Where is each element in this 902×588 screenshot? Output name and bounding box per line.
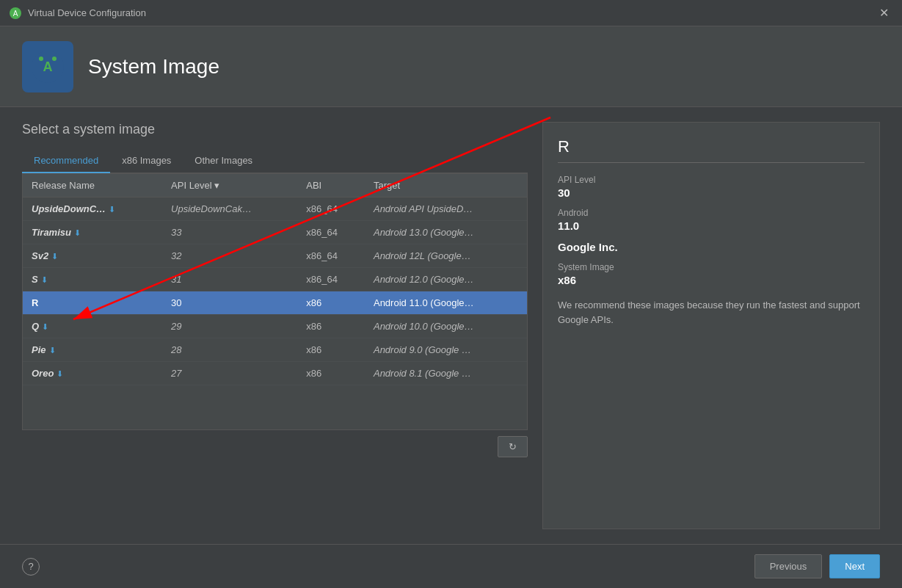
table-row[interactable]: S⬇31x86_64Android 12.0 (Google… — [23, 268, 527, 291]
abi-cell: x86_64 — [297, 268, 365, 291]
abi-cell: x86_64 — [297, 244, 365, 268]
system-image-value: x86 — [558, 274, 865, 286]
release-name-cell: R — [32, 297, 38, 308]
vendor-value: Google Inc. — [558, 241, 865, 253]
detail-divider — [558, 162, 865, 163]
tabs-container: Recommended x86 Images Other Images — [22, 149, 528, 173]
svg-text:A: A — [43, 59, 53, 74]
detail-title: R — [558, 137, 865, 156]
svg-point-4 — [39, 57, 43, 61]
abi-cell: x86 — [297, 362, 365, 385]
release-name-cell: Tiramisu — [32, 227, 71, 238]
api-level-cell: 33 — [162, 221, 297, 244]
android-value: 11.0 — [558, 219, 865, 232]
section-title: Select a system image — [22, 122, 528, 137]
release-name-cell: UpsideDownC… — [32, 203, 106, 214]
table-row[interactable]: Q⬇29x86Android 10.0 (Google… — [23, 315, 527, 338]
release-name-cell: Pie — [32, 344, 46, 355]
android-studio-icon: A — [29, 48, 66, 85]
svg-point-5 — [52, 57, 57, 61]
target-cell: Android 12L (Google… — [365, 244, 527, 268]
main-content: Select a system image Recommended x86 Im… — [0, 107, 902, 544]
api-level-cell: 29 — [162, 315, 297, 338]
col-api-level[interactable]: API Level ▾ — [162, 174, 297, 197]
release-name-cell: Q — [32, 321, 39, 332]
abi-cell: x86_64 — [297, 221, 365, 244]
release-name-cell: S — [32, 274, 38, 285]
abi-cell: x86 — [297, 315, 365, 338]
download-icon[interactable]: ⬇ — [51, 252, 58, 261]
download-icon[interactable]: ⬇ — [49, 346, 56, 355]
android-label: Android — [558, 208, 865, 218]
bottom-bar: ? Previous Next — [0, 544, 902, 588]
tab-other-images[interactable]: Other Images — [183, 149, 264, 173]
target-cell: Android API UpsideD… — [365, 197, 527, 221]
api-level-value: 30 — [558, 186, 865, 199]
download-icon[interactable]: ⬇ — [109, 205, 115, 214]
next-button[interactable]: Next — [829, 554, 880, 578]
window-title: Virtual Device Configuration — [28, 7, 146, 18]
col-abi[interactable]: ABI — [297, 174, 365, 197]
api-level-cell: 27 — [162, 362, 297, 385]
table-row[interactable]: Tiramisu⬇33x86_64Android 13.0 (Google… — [23, 221, 527, 244]
help-button[interactable]: ? — [22, 558, 40, 576]
target-cell: Android 13.0 (Google… — [365, 221, 527, 244]
refresh-button[interactable]: ↻ — [498, 436, 528, 457]
page-title: System Image — [88, 55, 219, 79]
svg-text:A: A — [13, 10, 18, 18]
download-icon[interactable]: ⬇ — [41, 275, 48, 285]
system-image-table: Release Name API Level ▾ ABI Target — [22, 173, 528, 430]
download-icon[interactable]: ⬇ — [74, 228, 81, 238]
table-row[interactable]: Oreo⬇27x86Android 8.1 (Google … — [23, 362, 527, 385]
target-cell: Android 11.0 (Google… — [365, 291, 527, 315]
recommend-text: We recommend these images because they r… — [558, 298, 865, 327]
abi-cell: x86 — [297, 338, 365, 362]
download-icon[interactable]: ⬇ — [42, 322, 48, 332]
target-cell: Android 8.1 (Google … — [365, 362, 527, 385]
col-release-name[interactable]: Release Name — [23, 174, 162, 197]
target-cell: Android 12.0 (Google… — [365, 268, 527, 291]
left-panel: Select a system image Recommended x86 Im… — [22, 122, 528, 529]
tab-recommended[interactable]: Recommended — [22, 149, 110, 173]
previous-button[interactable]: Previous — [754, 554, 823, 578]
target-cell: Android 10.0 (Google… — [365, 315, 527, 338]
refresh-icon: ↻ — [509, 441, 517, 452]
tab-x86-images[interactable]: x86 Images — [110, 149, 183, 173]
table-header-row: Release Name API Level ▾ ABI Target — [23, 174, 527, 197]
system-image-label: System Image — [558, 262, 865, 272]
api-level-cell: 31 — [162, 268, 297, 291]
release-name-cell: Sv2 — [32, 250, 48, 261]
table-row[interactable]: UpsideDownC…⬇UpsideDownCak…x86_64Android… — [23, 197, 527, 221]
header-logo: A — [22, 41, 73, 92]
api-level-cell: 28 — [162, 338, 297, 362]
table-footer: ↻ — [22, 430, 528, 463]
close-button[interactable]: ✕ — [875, 4, 893, 21]
detail-panel: R API Level 30 Android 11.0 Google Inc. … — [542, 122, 880, 529]
abi-cell: x86_64 — [297, 197, 365, 221]
table-row[interactable]: Sv2⬇32x86_64Android 12L (Google… — [23, 244, 527, 268]
app-icon: A — [9, 7, 22, 20]
table-row[interactable]: R30x86Android 11.0 (Google… — [23, 291, 527, 315]
api-level-cell: 30 — [162, 291, 297, 315]
abi-cell: x86 — [297, 291, 365, 315]
col-target[interactable]: Target — [365, 174, 527, 197]
release-name-cell: Oreo — [32, 368, 54, 379]
api-level-label: API Level — [558, 175, 865, 185]
header-section: A System Image — [0, 26, 902, 107]
table-row[interactable]: Pie⬇28x86Android 9.0 (Google … — [23, 338, 527, 362]
download-icon[interactable]: ⬇ — [57, 369, 63, 379]
target-cell: Android 9.0 (Google … — [365, 338, 527, 362]
title-bar: A Virtual Device Configuration ✕ — [0, 0, 902, 26]
api-level-cell: 32 — [162, 244, 297, 268]
api-level-cell: UpsideDownCak… — [162, 197, 297, 221]
